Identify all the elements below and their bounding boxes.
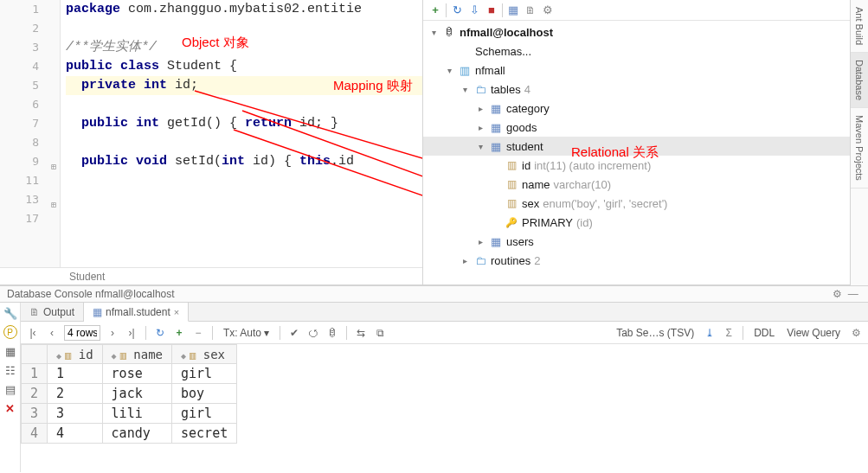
twisty-icon[interactable]: ▾ bbox=[428, 28, 439, 37]
tx-mode[interactable]: Tx: Auto ▾ bbox=[220, 327, 273, 339]
commit-icon[interactable]: ✔ bbox=[287, 326, 301, 340]
cell-sex[interactable]: boy bbox=[172, 384, 237, 404]
datasource-properties-icon[interactable] bbox=[541, 3, 555, 17]
code-editor[interactable]: 123456789⊞1113⊞17 package com.zhangguo.m… bbox=[0, 0, 423, 284]
tables-folder[interactable]: ▾tables4 bbox=[423, 80, 868, 99]
twisty-icon[interactable]: ▸ bbox=[475, 104, 485, 113]
dock-maven-projects[interactable]: Maven Projects bbox=[851, 108, 868, 189]
twisty-icon[interactable]: ▸ bbox=[475, 237, 485, 246]
code-line[interactable] bbox=[66, 95, 422, 114]
code-line[interactable]: package com.zhangguo.mybatis02.entitie bbox=[66, 0, 422, 19]
column-node-name[interactable]: namevarchar(10) bbox=[423, 175, 868, 194]
node-meta: enum('boy', 'girl', 'secret') bbox=[543, 197, 667, 210]
column-node-id[interactable]: idint(11) (auto increment) bbox=[423, 156, 868, 175]
cell-id[interactable]: 4 bbox=[48, 424, 103, 444]
editor-breadcrumb[interactable]: Student bbox=[0, 267, 422, 284]
table-row[interactable]: 33liligirl bbox=[22, 404, 237, 424]
aggregate-icon[interactable] bbox=[722, 326, 736, 340]
column-header-id[interactable]: ◆ id bbox=[48, 345, 103, 364]
code-line[interactable] bbox=[66, 133, 422, 152]
twisty-icon[interactable]: ▸ bbox=[475, 123, 485, 132]
export-icon[interactable] bbox=[703, 326, 717, 340]
next-page-icon[interactable] bbox=[106, 326, 119, 340]
fold-icon[interactable]: ⊞ bbox=[51, 195, 56, 214]
table-row[interactable]: 22jackboy bbox=[22, 384, 237, 404]
pin-icon[interactable]: P bbox=[3, 325, 17, 339]
result-grid[interactable]: ◆ id◆ name◆ sex11rosegirl22jackboy33lili… bbox=[21, 344, 868, 444]
columns-icon[interactable]: ☷ bbox=[3, 363, 17, 377]
table-node-goods[interactable]: ▸goods bbox=[423, 118, 868, 137]
first-page-icon[interactable] bbox=[26, 326, 40, 340]
rollback-icon[interactable]: ⭯ bbox=[306, 326, 320, 340]
cell-name[interactable]: rose bbox=[102, 364, 171, 384]
stop-icon[interactable] bbox=[485, 3, 498, 17]
dock-database[interactable]: Database bbox=[851, 53, 868, 108]
dump-db-icon[interactable] bbox=[325, 326, 339, 340]
code-line[interactable]: private int id; bbox=[66, 76, 422, 95]
sync-icon[interactable] bbox=[467, 3, 481, 17]
schemas-link[interactable]: Schemas... bbox=[423, 42, 868, 61]
layout-icon[interactable]: ▦ bbox=[3, 344, 17, 358]
column-node-sex[interactable]: sexenum('boy', 'girl', 'secret') bbox=[423, 194, 868, 213]
reload-icon[interactable] bbox=[153, 326, 167, 340]
cell-id[interactable]: 2 bbox=[48, 384, 103, 404]
primary-key-node[interactable]: PRIMARY(id) bbox=[423, 213, 868, 232]
cell-sex[interactable]: girl bbox=[172, 364, 237, 384]
code-line[interactable]: public void setId(int id) { this.id bbox=[66, 152, 422, 171]
twisty-icon[interactable]: ▸ bbox=[460, 256, 470, 265]
code-line[interactable]: public int getId() { return id; } bbox=[66, 114, 422, 133]
cell-sex[interactable]: secret bbox=[172, 424, 237, 444]
code-line[interactable]: public class Student { bbox=[66, 57, 422, 76]
cell-name[interactable]: jack bbox=[102, 384, 171, 404]
dock-ant-build[interactable]: Ant Build bbox=[851, 0, 868, 53]
twisty-icon[interactable]: ▾ bbox=[475, 142, 485, 151]
result-settings-icon[interactable] bbox=[849, 326, 863, 340]
column-icon bbox=[505, 196, 518, 210]
table-node-users[interactable]: ▸users bbox=[423, 232, 868, 251]
console-title: Database Console nfmall@localhost bbox=[7, 285, 175, 303]
twisty-icon[interactable]: ▾ bbox=[444, 66, 454, 75]
console-hide-icon[interactable]: — bbox=[845, 288, 861, 300]
column-header-sex[interactable]: ◆ sex bbox=[172, 345, 237, 364]
cell-name[interactable]: candy bbox=[102, 424, 171, 444]
refresh-icon[interactable] bbox=[450, 3, 464, 17]
table-row[interactable]: 44candysecret bbox=[22, 424, 237, 444]
cell-id[interactable]: 1 bbox=[48, 364, 103, 384]
code-line[interactable]: /**学生实体*/ bbox=[66, 38, 422, 57]
add-row-icon[interactable] bbox=[172, 326, 186, 340]
open-console-icon[interactable] bbox=[524, 3, 537, 17]
rownum-header bbox=[22, 345, 48, 364]
column-header-name[interactable]: ◆ name bbox=[102, 345, 171, 364]
cell-sex[interactable]: girl bbox=[172, 404, 237, 424]
tab-result[interactable]: nfmall.student × bbox=[84, 303, 189, 322]
table-node-category[interactable]: ▸category bbox=[423, 99, 868, 118]
datasource-node[interactable]: ▾nfmall@localhost bbox=[423, 22, 868, 42]
add-datasource-icon[interactable] bbox=[428, 3, 442, 17]
schema-node[interactable]: ▾nfmall bbox=[423, 61, 868, 80]
filter-toggle-icon[interactable]: ⇆ bbox=[354, 326, 368, 340]
twisty-icon[interactable]: ▾ bbox=[460, 85, 470, 94]
cell-name[interactable]: lili bbox=[102, 404, 171, 424]
last-page-icon[interactable] bbox=[125, 326, 138, 340]
code-line[interactable] bbox=[66, 171, 422, 190]
console-settings-icon[interactable] bbox=[833, 288, 842, 300]
ddl-button[interactable]: DDL bbox=[750, 327, 778, 339]
tab-separated-label[interactable]: Tab Se…s (TSV) bbox=[613, 327, 698, 339]
prev-page-icon[interactable] bbox=[45, 326, 59, 340]
tab-output[interactable]: Output bbox=[21, 303, 84, 321]
table-node-student[interactable]: ▾student bbox=[423, 137, 868, 156]
close-tab-icon[interactable]: × bbox=[174, 303, 179, 322]
cell-id[interactable]: 3 bbox=[48, 404, 103, 424]
wrench-icon[interactable]: 🔧 bbox=[3, 306, 17, 320]
open-table-icon[interactable] bbox=[506, 3, 520, 17]
table-row[interactable]: 11rosegirl bbox=[22, 364, 237, 384]
rows-input[interactable] bbox=[64, 325, 100, 341]
fold-icon[interactable]: ⊞ bbox=[51, 157, 56, 176]
view-query-button[interactable]: View Query bbox=[783, 327, 844, 339]
filter-icon[interactable]: ▤ bbox=[3, 382, 17, 396]
close-icon[interactable]: ✕ bbox=[3, 401, 17, 415]
routines-folder[interactable]: ▸routines2 bbox=[423, 251, 868, 270]
delete-row-icon[interactable] bbox=[191, 326, 205, 340]
group-icon[interactable]: ⧉ bbox=[373, 326, 387, 340]
code-line[interactable] bbox=[66, 19, 422, 38]
